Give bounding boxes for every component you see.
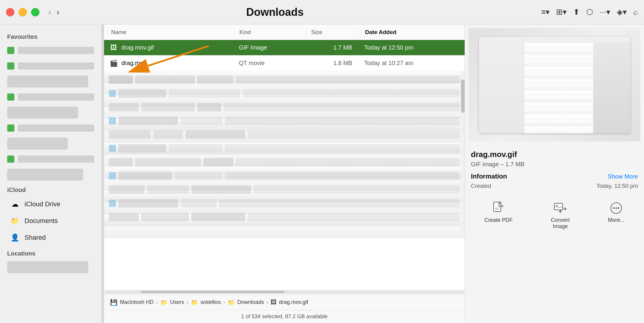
path-sep-2: › [187, 299, 188, 305]
sidebar-resize-handle[interactable] [102, 24, 104, 323]
titlebar: ‹ › Downloads ≡▾ ⊞▾ ⬆ ⬡ ···▾ ◈▾ ⌕ [0, 0, 644, 24]
create-pdf-icon [492, 202, 505, 215]
sidebar-item-icloud-drive[interactable]: ☁ iCloud Drive [2, 196, 99, 213]
table-row[interactable]: 🖼 drag.mov.gif GIF Image 1.7 MB Today at… [104, 40, 465, 56]
fav-icon-2 [7, 62, 14, 70]
col-name-header[interactable]: Name [109, 29, 234, 36]
convert-image-label: Convert Image [545, 217, 575, 230]
main-layout: Favourites iCloud ☁ iCloud Drive [0, 24, 644, 323]
sidebar-loc-1[interactable] [7, 261, 88, 273]
wstellios-folder-icon: 📁 [191, 299, 198, 306]
col-size-header[interactable]: Size [306, 29, 360, 36]
fav-icon-4 [7, 93, 14, 101]
path-sep-1: › [156, 299, 158, 305]
blur-row-10 [104, 197, 465, 210]
mini-sidebar [479, 37, 524, 133]
file-date-mov: Today at 10:27 am [359, 60, 465, 67]
path-item-users[interactable]: 📁 Users [160, 299, 184, 306]
sidebar: Favourites iCloud ☁ iCloud Drive [0, 24, 102, 323]
col-kind-header[interactable]: Kind [234, 29, 306, 36]
sidebar-fav-1[interactable] [7, 44, 94, 56]
sidebar-fav-9[interactable] [7, 169, 83, 181]
h-scrollbar-track [105, 291, 463, 293]
sidebar-fav-7[interactable] [7, 138, 68, 150]
more-actions-icon [610, 202, 623, 215]
toolbar-right: ≡▾ ⊞▾ ⬆ ⬡ ···▾ ◈▾ ⌕ [541, 7, 638, 17]
file-kind-mov: QT movie [234, 60, 306, 67]
sidebar-fav-3[interactable] [7, 76, 88, 87]
window-title: Downloads [9, 6, 541, 19]
fav-label-6 [18, 124, 94, 132]
mini-header [524, 37, 630, 43]
preview-panel: drag.mov.gif GIF image – 1.7 MB Informat… [465, 24, 644, 323]
sidebar-fav-6[interactable] [7, 122, 94, 134]
status-text: 1 of 534 selected, 87.2 GB available [241, 313, 327, 320]
preview-actions: Create PDF Convert Image [465, 194, 644, 237]
path-sep-3: › [223, 299, 225, 305]
create-pdf-label: Create PDF [484, 217, 513, 223]
blur-row-9 [104, 183, 465, 196]
fav-label-2 [18, 62, 94, 70]
blur-row-11 [104, 211, 465, 223]
preview-thumbnail [468, 28, 640, 141]
path-label-wstellios: wstellios [201, 299, 221, 305]
sidebar-fav-5[interactable] [7, 107, 78, 119]
preview-created-value: Today, 12:50 pm [596, 183, 638, 189]
path-item-gif[interactable]: 🖼 drag.mov.gif [271, 299, 308, 306]
fav-label-8 [18, 156, 94, 163]
fav-icon-8 [7, 156, 14, 163]
sidebar-fav-8[interactable] [7, 153, 94, 165]
svg-point-10 [613, 207, 615, 209]
mov-file-icon: 🎬 [109, 59, 118, 68]
column-headers: Name Kind Size Date Added [104, 24, 465, 40]
path-label-gif: drag.mov.gif [279, 299, 308, 305]
mini-file-area [524, 43, 593, 133]
blurred-content-area [104, 71, 465, 238]
documents-icon: 📁 [10, 216, 20, 226]
file-browser: Name Kind Size Date Added 🖼 drag.mov.gif… [104, 24, 465, 323]
sidebar-fav-4[interactable] [7, 91, 94, 103]
create-pdf-button[interactable]: Create PDF [480, 199, 518, 232]
search-button[interactable]: ⌕ [633, 7, 638, 17]
path-label-macintosh-hd: Macintosh HD [120, 299, 154, 305]
table-row[interactable]: 🎬 drag.mov QT movie 1.8 MB Today at 10:2… [104, 56, 465, 71]
sidebar-item-shared[interactable]: 👤 Shared [2, 229, 99, 246]
shared-icon: 👤 [10, 232, 20, 243]
icloud-drive-icon: ☁ [10, 199, 20, 210]
share-button[interactable]: ⬆ [573, 7, 580, 17]
blur-row-3 [104, 101, 465, 113]
tag-button[interactable]: ⬡ [586, 7, 593, 17]
dropbox-button[interactable]: ◈▾ [617, 7, 627, 17]
h-scrollbar-thumb[interactable] [141, 291, 284, 293]
horizontal-scrollbar[interactable] [104, 290, 465, 294]
show-more-button[interactable]: Show More [608, 173, 638, 180]
users-folder-icon: 📁 [160, 299, 168, 306]
shared-label: Shared [25, 234, 46, 242]
sidebar-item-documents[interactable]: 📁 Documents [2, 213, 99, 229]
convert-image-button[interactable]: Convert Image [541, 199, 580, 232]
svg-point-12 [618, 207, 619, 209]
vertical-scrollbar-thumb[interactable] [461, 79, 465, 113]
path-label-users: Users [170, 299, 184, 305]
fav-label-1 [18, 47, 94, 54]
path-item-macintosh-hd[interactable]: 💾 Macintosh HD [110, 299, 154, 306]
more-actions-button[interactable]: More... [603, 199, 629, 232]
file-name-mov: drag.mov [121, 60, 234, 67]
status-bar: 1 of 534 selected, 87.2 GB available [104, 310, 465, 323]
preview-info-title: Information [471, 173, 507, 180]
gif-file-icon: 🖼 [109, 43, 118, 53]
col-date-header[interactable]: Date Added [360, 29, 465, 36]
sidebar-fav-2[interactable] [7, 60, 94, 72]
list-view-button[interactable]: ≡▾ [541, 7, 550, 17]
path-item-downloads[interactable]: 📁 Downloads [228, 299, 264, 306]
more-button[interactable]: ···▾ [600, 7, 610, 17]
macintosh-hd-icon: 💾 [110, 299, 117, 306]
vertical-scrollbar-track[interactable] [461, 71, 465, 238]
path-item-wstellios[interactable]: 📁 wstellios [191, 299, 221, 306]
grid-view-button[interactable]: ⊞▾ [556, 7, 567, 17]
documents-label: Documents [25, 217, 58, 225]
more-actions-label: More... [608, 217, 625, 223]
preview-info: drag.mov.gif GIF image – 1.7 MB Informat… [465, 145, 644, 194]
blurred-rows [104, 71, 465, 238]
preview-meta: GIF image – 1.7 MB [471, 161, 638, 168]
